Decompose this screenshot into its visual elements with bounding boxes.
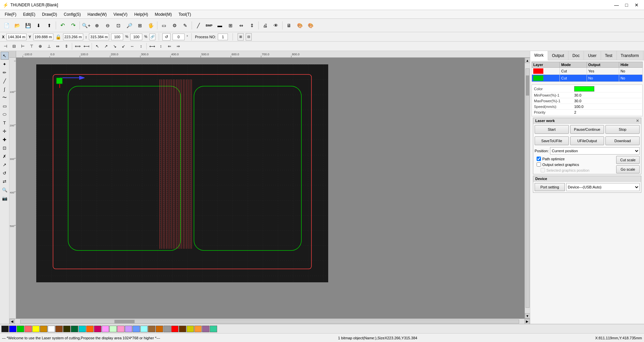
align-h2-btn[interactable]: ⟷ [148,43,156,50]
node-edit-tool[interactable]: ✦ [1,60,9,68]
pal-lightpink[interactable] [102,326,109,332]
open-button[interactable]: 📂 [12,21,22,30]
align-left-btn[interactable]: ⊣ [1,43,9,50]
download-button[interactable]: Download [605,136,640,145]
port-setting-button[interactable]: Port setting [535,183,565,191]
pal-darkbrown[interactable] [179,326,186,332]
pause-continue-button[interactable]: Pause/Continue [570,125,604,134]
pal-cyan[interactable] [79,326,86,332]
align-h3-btn[interactable]: ⇐ [165,43,174,50]
line-button[interactable]: ╱ [193,21,203,30]
tab-user[interactable]: User [584,51,601,60]
vscroll[interactable]: ▲ ▼ [525,58,530,319]
w-pct-input[interactable] [111,34,123,40]
text-tool[interactable]: T [1,119,9,127]
go-scale-button[interactable]: Go scale [616,165,640,173]
transform2-button[interactable]: ⚙ [169,21,180,30]
minimize-button[interactable]: — [612,1,621,9]
zoom-out-button[interactable]: ⊖ [103,21,113,30]
display-button[interactable]: 🖥 [284,21,294,30]
pal-periwinkle[interactable] [133,326,140,332]
align-top-btn[interactable]: ⊤ [28,43,36,50]
pal-salmon[interactable] [24,326,32,332]
pal-tan[interactable] [148,326,155,332]
menu-draw[interactable]: Draw(D) [39,10,60,18]
selected-pos-checkbox[interactable] [541,168,545,172]
hscroll-thumb[interactable] [114,320,135,323]
mirror-v-button[interactable]: ⇕ [247,21,257,30]
color-btn2[interactable]: 🎨 [305,21,315,30]
zoom-actual-button[interactable]: ⊞ [135,21,145,30]
preview-button[interactable]: 👁 [271,21,281,30]
rotate-tool[interactable]: ↺ [1,169,9,177]
start-button[interactable]: Start [535,125,569,134]
pal-yellow[interactable] [32,326,40,332]
menu-file[interactable]: File(F) [1,10,20,18]
y-input[interactable] [33,34,53,40]
pal-brown[interactable] [55,326,63,332]
color-btn1[interactable]: 🎨 [295,21,305,30]
hscroll-left-btn[interactable]: ◀ [9,319,15,324]
align-hcenter-btn[interactable]: ↔ [128,43,136,50]
pal-orange[interactable] [40,326,47,332]
cut-scale-button[interactable]: Cut scale [616,156,640,164]
new-button[interactable]: 📄 [1,21,11,30]
pal-gray[interactable] [163,326,171,332]
process-no-input[interactable] [218,34,228,40]
rect-tool[interactable]: ▭ [1,102,9,110]
crosshair-tool[interactable]: ✚ [1,135,9,144]
path-optimize-checkbox[interactable] [537,157,541,161]
node-button[interactable]: ✎ [180,21,190,30]
ufile-output-button[interactable]: UFileOutput [570,136,604,145]
grid2-btn[interactable]: ⊟ [246,33,252,41]
align-right-btn[interactable]: ⊢ [19,43,27,50]
rectangle-button[interactable]: ▭ [159,21,169,30]
vscroll-up-btn[interactable]: ▲ [525,58,530,63]
tab-work[interactable]: Work [530,51,548,60]
measure-tool[interactable]: ✛ [1,127,9,135]
pal-black[interactable] [1,326,9,332]
pal-white[interactable] [48,326,55,332]
skip-tool[interactable]: ↗ [1,161,9,169]
device-select[interactable]: Device---(USB:Auto) [566,183,640,191]
fill-tool[interactable]: ⊡ [1,144,9,152]
rotate-btn[interactable]: ↺ [162,33,170,41]
pal-burnt[interactable] [156,326,163,332]
rect2-button[interactable]: ▬ [215,21,225,30]
same-height-btn[interactable]: ⟻ [82,43,90,50]
menu-handle[interactable]: Handle(W) [84,10,110,18]
pal-red[interactable] [171,326,179,332]
pal-darkgreen[interactable] [71,326,78,332]
lock-btn[interactable]: 🔗 [149,34,155,40]
position-select[interactable]: Current position Absolute coords Machine… [550,147,640,155]
vscroll-track[interactable] [526,68,530,308]
bezier-tool[interactable]: ∫ [1,85,9,93]
h-pct-input[interactable] [130,34,142,40]
h-input[interactable] [89,34,109,40]
dist-v-btn[interactable]: ⇕ [62,43,70,50]
pal-lightcyan[interactable] [140,326,148,332]
dist-h-btn[interactable]: ⇔ [54,43,62,50]
pal-teal[interactable] [210,326,217,332]
vscroll-thumb[interactable] [526,75,529,96]
pal-amber[interactable] [194,326,202,332]
flip-tool[interactable]: ⇄ [1,177,9,185]
menu-model[interactable]: Model(M) [151,10,175,18]
group-button[interactable]: ⊞ [226,21,236,30]
align-bl-btn[interactable]: ↙ [119,43,128,50]
same-width-btn[interactable]: ⟺ [73,43,82,50]
redo-button[interactable]: ↷ [68,21,78,30]
tab-transform[interactable]: Transform [617,51,643,60]
select-tool[interactable]: ↖ [1,52,9,60]
save-to-ufile-button[interactable]: SaveToUFile [535,136,569,145]
pal-mauve[interactable] [202,326,209,332]
pal-pink[interactable] [94,326,101,332]
menu-tool[interactable]: Tool(T) [175,10,194,18]
stop-button[interactable]: Stop [605,125,640,134]
align-center-h-btn[interactable]: ⊟ [10,43,18,50]
free-draw-tool[interactable]: 〜 [1,94,9,102]
tab-output[interactable]: Output [548,51,568,60]
maximize-button[interactable]: □ [622,1,631,9]
pal-blue[interactable] [9,326,16,332]
pal-lavender[interactable] [125,326,132,332]
